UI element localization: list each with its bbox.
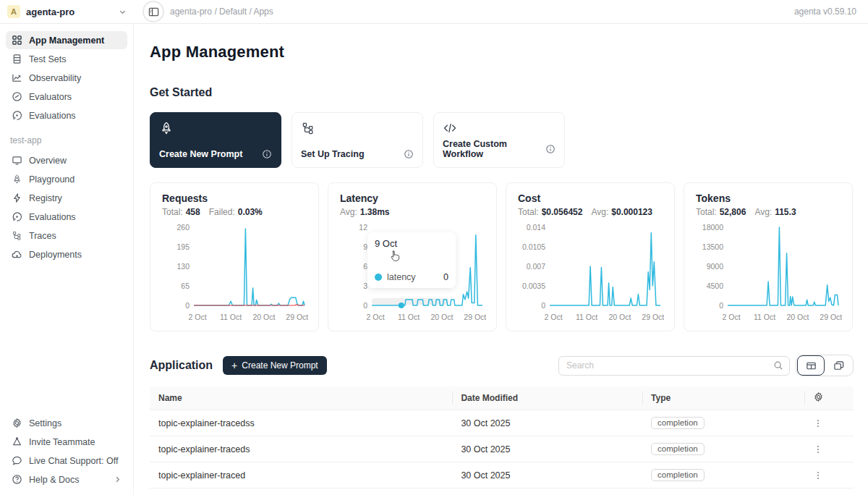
chart-plot-requests: 0651301952602 Oct11 Oct20 Oct29 Oct (162, 220, 308, 327)
svg-text:2 Oct: 2 Oct (189, 313, 207, 321)
invite-icon (12, 436, 22, 447)
workspace-avatar: A (7, 5, 20, 18)
sidebar-app-item-registry[interactable]: Registry (6, 189, 127, 207)
svg-text:11 Oct: 11 Oct (398, 313, 420, 321)
app-name[interactable]: career-assessment (150, 488, 452, 495)
app-name[interactable]: topic-explainer-traceds (150, 436, 452, 462)
chart-title: Requests (162, 192, 307, 204)
sidebar-item-live-chat-support-off[interactable]: Live Chat Support: Off (6, 452, 127, 470)
table-settings-gear-icon[interactable] (813, 392, 824, 402)
app-date-modified: 30 Oct 2025 (452, 436, 642, 462)
version-label: agenta v0.59.10 (794, 7, 868, 17)
chart-plot-cost: 00.00350.0070.01050.0142 Oct11 Oct20 Oct… (518, 220, 664, 327)
card-label: Create Custom Workflow (443, 139, 545, 159)
tooltip-date: 9 Oct (375, 238, 448, 249)
sidebar-item-label: App Management (29, 35, 104, 46)
gauge-icon (12, 91, 22, 102)
sidebar-item-settings[interactable]: Settings (6, 414, 127, 432)
chart-stats: Total:$0.056452Avg:$0.000123 (518, 207, 663, 217)
column-header-name[interactable]: Name (150, 386, 452, 410)
sidebar-item-evaluations[interactable]: Evaluations (6, 106, 127, 124)
card-view-icon (833, 360, 844, 371)
svg-text:20 Oct: 20 Oct (252, 313, 275, 321)
svg-text:11 Oct: 11 Oct (220, 313, 242, 321)
svg-text:29 Oct: 29 Oct (820, 313, 842, 321)
svg-text:12: 12 (359, 223, 367, 232)
search-icon[interactable] (773, 360, 783, 371)
table-view-button[interactable] (797, 355, 825, 376)
sidebar-item-label: Live Chat Support: Off (29, 456, 118, 466)
svg-text:65: 65 (181, 282, 190, 290)
table-row[interactable]: topic-explainer-traceds30 Oct 2025comple… (150, 436, 854, 462)
create-new-prompt-label: Create New Prompt (242, 360, 318, 371)
svg-text:11 Oct: 11 Oct (576, 313, 597, 321)
svg-text:0.0105: 0.0105 (522, 242, 545, 251)
sidebar-item-app-management[interactable]: App Management (6, 31, 127, 49)
card-view-button[interactable] (825, 355, 852, 376)
sidebar-item-label: Test Sets (29, 54, 66, 64)
svg-text:0: 0 (363, 301, 367, 310)
app-name[interactable]: topic-explainer-traced (150, 462, 452, 488)
create-new-prompt-card[interactable]: Create New Prompt (150, 112, 281, 168)
type-badge: completion (651, 469, 705, 481)
info-icon[interactable] (545, 144, 556, 154)
sidebar-item-invite-teammate[interactable]: Invite Teammate (6, 433, 127, 451)
info-icon[interactable] (262, 149, 272, 159)
sidebar-app-item-traces[interactable]: Traces (6, 227, 127, 245)
rocket-icon (159, 121, 174, 135)
app-date-modified: 27 Oct 2025 (452, 488, 642, 495)
search-box (558, 356, 790, 376)
sidebar-panel-icon (148, 7, 159, 17)
line-chart-icon (12, 72, 22, 83)
svg-text:0.014: 0.014 (527, 223, 545, 232)
sidebar-item-test-sets[interactable]: Test Sets (6, 50, 127, 68)
sidebar-item-label: Traces (29, 231, 56, 241)
type-badge: completion (651, 417, 705, 429)
svg-text:195: 195 (176, 242, 190, 251)
gear-icon (12, 418, 22, 428)
svg-text:29 Oct: 29 Oct (286, 313, 308, 321)
column-header-date-modified[interactable]: Date Modified (452, 386, 642, 410)
info-icon[interactable] (404, 149, 414, 159)
svg-text:18000: 18000 (702, 223, 723, 232)
sidebar-item-help-docs[interactable]: Help & Docs (6, 470, 127, 488)
svg-text:2 Oct: 2 Oct (367, 313, 385, 321)
column-header-type[interactable]: Type (642, 386, 804, 410)
grid-icon (12, 35, 22, 46)
svg-text:9000: 9000 (707, 262, 724, 271)
sidebar-group-label: test-app (6, 125, 127, 151)
workspace-selector[interactable]: A agenta-pro (0, 5, 134, 18)
create-custom-workflow-card[interactable]: Create Custom Workflow (433, 112, 565, 168)
app-name[interactable]: topic-explainer-tracedss (150, 410, 452, 436)
sidebar-app-item-evaluations[interactable]: Evaluations (6, 208, 127, 226)
sidebar-item-observability[interactable]: Observability (6, 69, 127, 87)
get-started-heading: Get Started (150, 86, 854, 99)
cloud-icon (12, 249, 22, 260)
table-row[interactable]: topic-explainer-traced30 Oct 2025complet… (150, 462, 854, 488)
create-new-prompt-button[interactable]: + Create New Prompt (223, 356, 327, 375)
tree-icon (12, 230, 22, 241)
table-row[interactable]: topic-explainer-tracedss30 Oct 2025compl… (150, 410, 854, 436)
sidebar-collapse-button[interactable] (142, 1, 164, 22)
sidebar-app-item-playground[interactable]: Playground (6, 170, 127, 188)
sidebar-item-evaluators[interactable]: Evaluators (6, 88, 127, 106)
row-actions-menu[interactable] (813, 470, 845, 481)
chart-card-cost: CostTotal:$0.056452Avg:$0.00012300.00350… (506, 182, 675, 331)
svg-text:2 Oct: 2 Oct (723, 313, 741, 321)
breadcrumb[interactable]: agenta-pro / Default / Apps (170, 7, 273, 17)
sidebar-item-label: Help & Docs (29, 475, 79, 485)
sidebar-app-item-overview[interactable]: Overview (6, 151, 127, 169)
table-row[interactable]: career-assessment27 Oct 2025completion (150, 488, 854, 495)
sidebar-item-label: Evaluations (29, 212, 76, 222)
search-input[interactable] (566, 360, 773, 371)
sidebar-item-label: Evaluations (29, 111, 76, 121)
chart-title: Latency (340, 192, 485, 204)
set-up-tracing-card[interactable]: Set Up Tracing (292, 112, 423, 168)
svg-text:4500: 4500 (707, 282, 724, 290)
sidebar: App ManagementTest SetsObservabilityEval… (0, 24, 134, 495)
chart-card-latency: LatencyAvg:1.38ms0369122 Oct11 Oct20 Oct… (328, 182, 497, 331)
sidebar-app-item-deployments[interactable]: Deployments (6, 245, 127, 263)
row-actions-menu[interactable] (813, 444, 845, 454)
row-actions-menu[interactable] (813, 418, 845, 428)
tooltip-value: 0 (443, 272, 448, 282)
